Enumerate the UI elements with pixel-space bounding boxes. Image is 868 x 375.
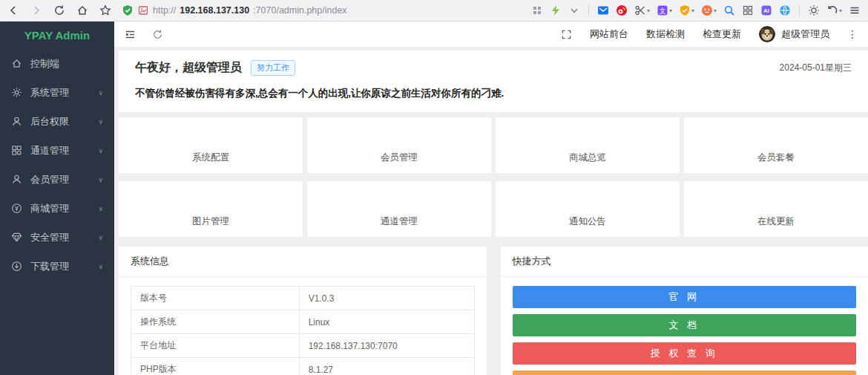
chevron-down-icon: ∨ — [98, 89, 103, 97]
sidebar-item[interactable]: 通道管理 ∨ — [0, 136, 114, 165]
undo-icon[interactable] — [826, 4, 838, 16]
chevron-down-icon[interactable] — [568, 4, 580, 16]
sidebar-item-label: 通道管理 — [30, 144, 69, 157]
back-icon[interactable] — [7, 4, 19, 16]
translate-icon[interactable]: 文 — [657, 4, 668, 16]
shortcut-card[interactable]: 会员管理 — [307, 117, 491, 173]
dashboard-content: 午夜好，超级管理员 努力工作 2024-05-01星期三 不管你曾经被伤害得有多… — [114, 47, 868, 375]
chevron-down-icon: ∨ — [98, 263, 103, 270]
menu-icon[interactable] — [849, 4, 861, 16]
users-icon — [307, 125, 491, 146]
quick-link-button[interactable]: 官 方 客 服 — [513, 371, 857, 375]
collapse-sidebar-icon[interactable] — [125, 29, 136, 40]
more-vertical-icon[interactable]: ⋮ — [847, 28, 858, 40]
table-row: 平台地址 192.168.137.130:7070 — [131, 334, 475, 358]
quick-link-button[interactable]: 官 网 — [513, 286, 857, 308]
sidebar-item-label: 控制端 — [30, 57, 59, 71]
toolbar-separator — [799, 4, 800, 16]
sidebar-item[interactable]: 会员管理 ∨ — [0, 165, 114, 194]
refresh-page-icon[interactable] — [152, 29, 163, 40]
shortcut-card-label: 会员套餐 — [684, 151, 868, 164]
dropdown-arrow-icon[interactable]: ▾ — [714, 7, 717, 14]
topbar-menu-item[interactable]: 检查更新 — [703, 27, 741, 41]
chevron-down-icon: ∨ — [98, 147, 103, 154]
presentation-icon — [496, 125, 680, 146]
mall-icon — [11, 203, 22, 214]
shortcut-card-label: 系统配置 — [119, 151, 303, 164]
fullscreen-icon[interactable] — [561, 29, 572, 40]
sidebar-item-label: 系统管理 — [30, 86, 69, 100]
status-badge: 努力工作 — [251, 60, 295, 76]
mail-ext-icon[interactable] — [597, 4, 609, 16]
svg-text:AI: AI — [763, 7, 769, 14]
star-icon[interactable] — [99, 4, 111, 16]
chevron-down-icon: ∨ — [98, 118, 103, 125]
sidebar-item[interactable]: 控制端 — [0, 49, 114, 78]
shortcut-card[interactable]: 图片管理 — [119, 181, 303, 237]
sliders-icon — [119, 125, 303, 146]
sidebar-item[interactable]: 后台权限 ∨ — [0, 107, 114, 136]
daily-quote: 不管你曾经被伤害得有多深,总会有一个人的出现,让你原谅之前生活对你所有的刁难. — [135, 87, 852, 100]
user-icon — [11, 174, 22, 185]
gem-icon — [11, 232, 22, 243]
image-icon — [119, 189, 303, 210]
shortcut-card[interactable]: 商城总览 — [496, 117, 680, 173]
shortcut-card[interactable]: 通道管理 — [307, 181, 491, 237]
broken-image-icon[interactable] — [137, 4, 149, 16]
ai-icon[interactable]: AI — [760, 4, 772, 16]
globe-icon[interactable] — [779, 4, 791, 16]
dropdown-arrow-icon[interactable]: ▾ — [669, 7, 672, 14]
sidebar-item[interactable]: 下载管理 ∨ — [0, 252, 114, 281]
sidebar-item[interactable]: 系统管理 ∨ — [0, 78, 114, 107]
user-menu[interactable]: 超级管理员 — [759, 26, 829, 42]
greeting-title: 午夜好，超级管理员 — [135, 60, 242, 76]
reload-icon[interactable] — [53, 4, 65, 16]
weibo-icon[interactable] — [616, 4, 628, 16]
url-scheme: http:// — [153, 5, 176, 16]
adguard-shield-icon[interactable] — [122, 4, 134, 16]
scissors-icon[interactable] — [634, 4, 646, 16]
lightning-icon[interactable] — [550, 4, 562, 16]
cart-icon — [684, 125, 868, 146]
url-host: 192.168.137.130 — [180, 5, 249, 16]
dropdown-arrow-icon[interactable]: ▾ — [691, 7, 694, 14]
svg-text:文: 文 — [659, 7, 665, 15]
topbar-menu-item[interactable]: 数据检测 — [646, 27, 685, 41]
home-nav-icon — [11, 58, 22, 69]
info-value: Linux — [299, 310, 474, 334]
security-shield-icon[interactable] — [679, 4, 691, 16]
screen: http://192.168.137.130:7070/admin.php/in… — [0, 0, 868, 375]
envelope-icon — [496, 189, 680, 210]
forward-icon[interactable] — [30, 4, 42, 16]
chevron-down-icon: ∨ — [98, 205, 103, 212]
address-bar[interactable]: http://192.168.137.130:7070/admin.php/in… — [122, 4, 347, 16]
greeting-panel: 午夜好，超级管理员 努力工作 2024-05-01星期三 不管你曾经被伤害得有多… — [119, 50, 868, 112]
topbar-menu-item[interactable]: 网站前台 — [590, 27, 628, 41]
search-ext-icon[interactable] — [723, 4, 735, 16]
quick-link-button[interactable]: 文 档 — [513, 314, 857, 336]
sidebar-item[interactable]: 安全管理 ∨ — [0, 223, 114, 252]
quick-links-title: 快捷方式 — [501, 247, 868, 277]
qr-grid-icon[interactable] — [531, 4, 543, 16]
sidebar-item-label: 会员管理 — [30, 173, 69, 186]
shortcut-card-label: 会员管理 — [307, 151, 491, 164]
shield-check-card-icon — [684, 189, 868, 210]
sidebar-item[interactable]: 商城管理 ∨ — [0, 194, 114, 223]
shortcut-card[interactable]: 在线更新 — [684, 181, 868, 237]
home-icon[interactable] — [76, 4, 88, 16]
info-label: 平台地址 — [131, 334, 300, 358]
app-logo: YPAY Admin — [0, 22, 114, 49]
sidebar-item-label: 下载管理 — [30, 260, 69, 273]
shortcut-card[interactable]: 通知公告 — [496, 181, 680, 237]
shortcut-card[interactable]: 会员套餐 — [684, 117, 868, 173]
chevron-down-icon: ∨ — [98, 234, 103, 241]
windows-grid-icon[interactable] — [742, 4, 754, 16]
sun-icon[interactable] — [808, 4, 820, 16]
shortcut-card[interactable]: 系统配置 — [119, 117, 303, 173]
toolbar-separator — [588, 4, 589, 16]
quick-link-button[interactable]: 授 权 查 询 — [513, 342, 857, 365]
table-row: 版本号 V1.0.3 — [131, 287, 475, 310]
monster-icon[interactable] — [701, 4, 713, 16]
dropdown-arrow-icon[interactable]: ▾ — [647, 7, 650, 14]
dropdown-arrow-icon[interactable]: ▾ — [839, 7, 842, 14]
